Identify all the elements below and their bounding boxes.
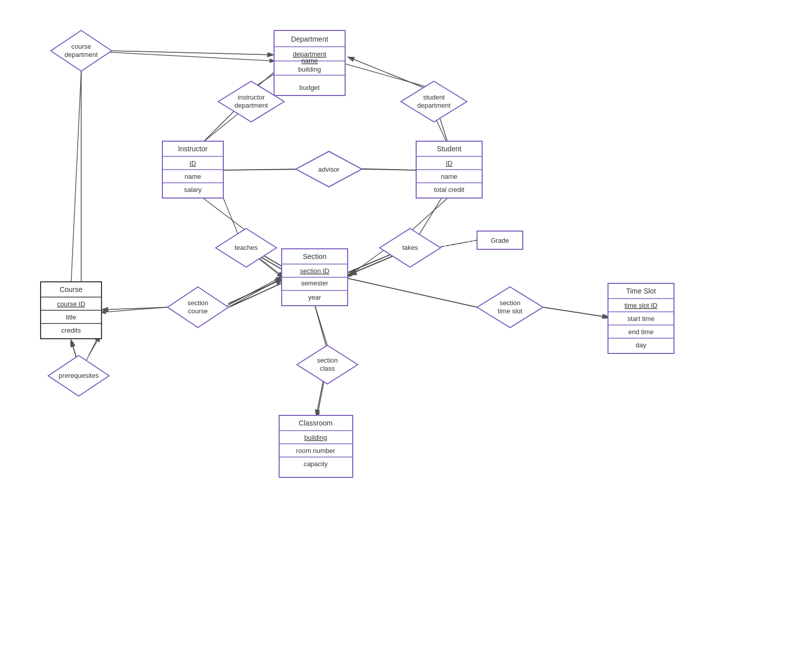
svg-text:ID: ID xyxy=(446,159,453,167)
svg-text:Grade: Grade xyxy=(491,237,509,244)
svg-text:course: course xyxy=(188,307,208,315)
svg-text:section: section xyxy=(317,356,337,364)
er-svg: Department department name building budg… xyxy=(0,0,812,650)
svg-text:department: department xyxy=(234,102,268,109)
svg-text:total credit: total credit xyxy=(434,186,464,193)
svg-text:capacity: capacity xyxy=(303,460,328,468)
svg-text:name: name xyxy=(185,173,201,180)
svg-text:section ID: section ID xyxy=(300,267,329,275)
svg-text:building: building xyxy=(298,66,321,73)
svg-line-41 xyxy=(101,307,167,310)
svg-line-37 xyxy=(412,198,448,230)
svg-line-46 xyxy=(348,278,477,307)
svg-text:section: section xyxy=(187,299,208,307)
svg-line-48 xyxy=(71,340,76,356)
svg-text:student: student xyxy=(423,93,445,101)
svg-line-40 xyxy=(435,240,477,248)
svg-text:teaches: teaches xyxy=(234,244,258,251)
svg-text:Classroom: Classroom xyxy=(299,419,333,427)
svg-text:Department: Department xyxy=(291,35,328,43)
svg-line-25 xyxy=(112,51,274,55)
er-diagram: Department department name building budg… xyxy=(0,0,812,650)
svg-line-30 xyxy=(348,57,430,90)
svg-text:year: year xyxy=(308,294,321,301)
svg-text:credits: credits xyxy=(61,327,81,334)
svg-text:prerequesites: prerequesites xyxy=(59,372,99,379)
svg-text:Time Slot: Time Slot xyxy=(626,287,656,295)
svg-text:section: section xyxy=(499,299,520,307)
svg-line-33 xyxy=(356,169,416,170)
svg-text:department: department xyxy=(64,51,98,58)
svg-text:class: class xyxy=(320,365,335,372)
svg-line-34 xyxy=(203,198,245,230)
svg-line-47 xyxy=(543,307,609,317)
svg-text:title: title xyxy=(66,313,76,321)
svg-line-44 xyxy=(315,305,326,347)
svg-text:day: day xyxy=(636,341,647,349)
svg-text:instructor: instructor xyxy=(238,93,265,101)
svg-text:name: name xyxy=(301,57,318,64)
svg-text:Section: Section xyxy=(303,252,327,261)
svg-text:building: building xyxy=(304,434,327,441)
svg-line-43 xyxy=(230,281,286,307)
svg-text:Instructor: Instructor xyxy=(178,145,208,153)
svg-text:course ID: course ID xyxy=(57,300,85,308)
svg-line-29 xyxy=(203,111,234,142)
svg-text:advisor: advisor xyxy=(318,166,340,173)
svg-text:start time: start time xyxy=(627,315,654,322)
svg-text:name: name xyxy=(441,173,458,180)
svg-text:room number: room number xyxy=(296,447,335,454)
svg-text:takes: takes xyxy=(402,244,418,251)
svg-text:end time: end time xyxy=(628,328,654,336)
svg-text:time slot: time slot xyxy=(498,307,523,315)
svg-text:course: course xyxy=(71,43,91,50)
svg-text:ID: ID xyxy=(190,159,196,167)
svg-text:time slot ID: time slot ID xyxy=(624,302,657,309)
svg-line-42 xyxy=(228,278,284,304)
svg-text:Course: Course xyxy=(59,285,82,294)
svg-text:Student: Student xyxy=(437,145,461,153)
svg-text:department: department xyxy=(417,102,451,109)
svg-text:budget: budget xyxy=(299,84,320,91)
svg-text:semester: semester xyxy=(301,279,328,287)
svg-text:salary: salary xyxy=(184,186,202,193)
